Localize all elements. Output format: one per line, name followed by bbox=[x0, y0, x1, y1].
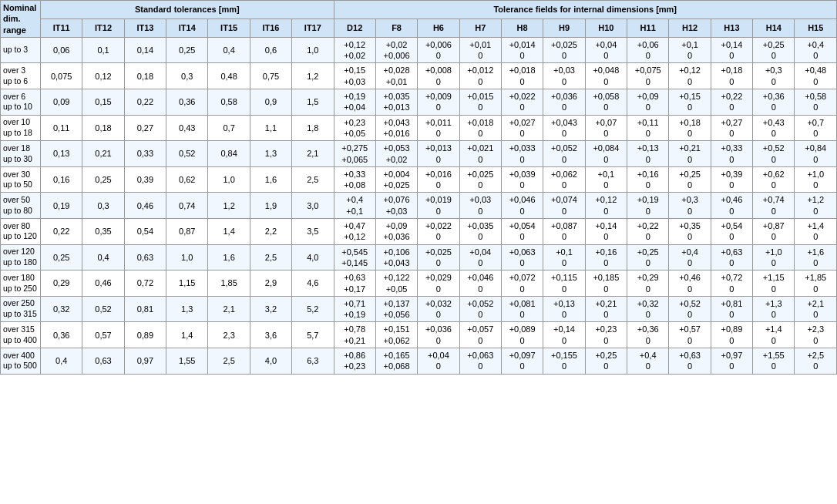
h12-cell: +0,120 bbox=[669, 63, 711, 89]
h11-cell: +0,190 bbox=[627, 193, 669, 219]
it17-cell: 4,6 bbox=[292, 270, 334, 297]
h15-cell: +1,20 bbox=[795, 193, 837, 219]
it15-cell: 0,48 bbox=[208, 63, 250, 89]
f8-cell: +0,165+0,068 bbox=[375, 348, 417, 375]
it16-cell: 1,3 bbox=[250, 141, 291, 167]
h6-cell: +0,040 bbox=[418, 348, 459, 375]
h14-cell: +1,30 bbox=[753, 296, 795, 322]
d12-cell: +0,71+0,19 bbox=[334, 296, 375, 322]
f8-cell: +0,106+0,043 bbox=[375, 244, 417, 270]
h12-cell: +0,250 bbox=[669, 166, 711, 193]
dim-range-cell: over 180up to 250 bbox=[1, 270, 41, 297]
h8-cell: +0,0270 bbox=[501, 115, 543, 141]
h10-cell: +0,0480 bbox=[585, 63, 627, 89]
f8-cell: +0,151+0,062 bbox=[375, 322, 417, 348]
table-row: over 315up to 4000,360,570,891,42,33,65,… bbox=[1, 322, 837, 348]
header-it13: IT13 bbox=[124, 18, 166, 37]
it17-cell: 3,5 bbox=[292, 219, 334, 245]
h11-cell: +0,290 bbox=[627, 270, 669, 297]
dim-range-cell: over 10up to 18 bbox=[1, 115, 41, 141]
h14-cell: +1,550 bbox=[753, 348, 795, 375]
it16-cell: 0,75 bbox=[250, 63, 291, 89]
h10-cell: +0,070 bbox=[585, 115, 627, 141]
h10-cell: +0,0580 bbox=[585, 89, 627, 116]
it16-cell: 3,2 bbox=[250, 296, 291, 322]
it14-cell: 0,74 bbox=[166, 193, 208, 219]
it13-cell: 0,14 bbox=[124, 37, 166, 63]
dim-range-cell: over 50up to 80 bbox=[1, 193, 41, 219]
it15-cell: 1,2 bbox=[208, 193, 250, 219]
h6-cell: +0,0290 bbox=[418, 270, 459, 297]
h15-cell: +2,10 bbox=[795, 296, 837, 322]
h6-cell: +0,0320 bbox=[418, 296, 459, 322]
h7-cell: +0,040 bbox=[459, 244, 501, 270]
it14-cell: 0,25 bbox=[166, 37, 208, 63]
it12-cell: 0,15 bbox=[82, 89, 124, 116]
it16-cell: 3,6 bbox=[250, 322, 291, 348]
dim-range-cell: over 30up to 50 bbox=[1, 166, 41, 193]
h13-cell: +0,810 bbox=[711, 296, 752, 322]
header-it12: IT12 bbox=[82, 18, 124, 37]
h12-cell: +0,350 bbox=[669, 219, 711, 245]
h15-cell: +2,50 bbox=[795, 348, 837, 375]
h9-cell: +0,0250 bbox=[543, 37, 585, 63]
it16-cell: 1,1 bbox=[250, 115, 291, 141]
h12-cell: +0,150 bbox=[669, 89, 711, 116]
it14-cell: 1,3 bbox=[166, 296, 208, 322]
it12-cell: 0,63 bbox=[82, 348, 124, 375]
h8-cell: +0,0330 bbox=[501, 141, 543, 167]
header-h10: H10 bbox=[585, 18, 627, 37]
it12-cell: 0,21 bbox=[82, 141, 124, 167]
h13-cell: +0,540 bbox=[711, 219, 752, 245]
h13-cell: +0,460 bbox=[711, 193, 752, 219]
it14-cell: 1,55 bbox=[166, 348, 208, 375]
f8-cell: +0,028+0,01 bbox=[375, 63, 417, 89]
h9-cell: +0,0430 bbox=[543, 115, 585, 141]
it15-cell: 0,58 bbox=[208, 89, 250, 116]
it13-cell: 0,22 bbox=[124, 89, 166, 116]
h6-cell: +0,0360 bbox=[418, 322, 459, 348]
it12-cell: 0,46 bbox=[82, 270, 124, 297]
h8-cell: +0,0970 bbox=[501, 348, 543, 375]
it13-cell: 0,54 bbox=[124, 219, 166, 245]
h14-cell: +0,620 bbox=[753, 166, 795, 193]
h14-cell: +1,150 bbox=[753, 270, 795, 297]
h7-cell: +0,0350 bbox=[459, 219, 501, 245]
header-h14: H14 bbox=[753, 18, 795, 37]
h9-cell: +0,140 bbox=[543, 322, 585, 348]
it15-cell: 0,84 bbox=[208, 141, 250, 167]
h6-cell: +0,0090 bbox=[418, 89, 459, 116]
it15-cell: 0,7 bbox=[208, 115, 250, 141]
it15-cell: 2,1 bbox=[208, 296, 250, 322]
header-std-tolerances: Standard tolerances [mm] bbox=[41, 1, 334, 19]
h12-cell: +0,570 bbox=[669, 322, 711, 348]
h15-cell: +0,840 bbox=[795, 141, 837, 167]
h9-cell: +0,1150 bbox=[543, 270, 585, 297]
f8-cell: +0,076+0,03 bbox=[375, 193, 417, 219]
h10-cell: +0,1850 bbox=[585, 270, 627, 297]
h12-cell: +0,630 bbox=[669, 348, 711, 375]
it17-cell: 1,5 bbox=[292, 89, 334, 116]
it11-cell: 0,4 bbox=[41, 348, 82, 375]
h10-cell: +0,210 bbox=[585, 296, 627, 322]
h9-cell: +0,130 bbox=[543, 296, 585, 322]
table-row: over 10up to 180,110,180,270,430,71,11,8… bbox=[1, 115, 837, 141]
it13-cell: 0,72 bbox=[124, 270, 166, 297]
h14-cell: +0,430 bbox=[753, 115, 795, 141]
h15-cell: +1,40 bbox=[795, 219, 837, 245]
h14-cell: +1,00 bbox=[753, 244, 795, 270]
header-dim-range: Nominaldim.range bbox=[1, 1, 41, 38]
h15-cell: +2,30 bbox=[795, 322, 837, 348]
h13-cell: +0,390 bbox=[711, 166, 752, 193]
h15-cell: +0,40 bbox=[795, 37, 837, 63]
dim-range-cell: over 6up to 10 bbox=[1, 89, 41, 116]
h7-cell: +0,0180 bbox=[459, 115, 501, 141]
h15-cell: +0,580 bbox=[795, 89, 837, 116]
it14-cell: 1,4 bbox=[166, 322, 208, 348]
f8-cell: +0,137+0,056 bbox=[375, 296, 417, 322]
it17-cell: 1,8 bbox=[292, 115, 334, 141]
header-d12: D12 bbox=[334, 18, 375, 37]
d12-cell: +0,23+0,05 bbox=[334, 115, 375, 141]
it11-cell: 0,19 bbox=[41, 193, 82, 219]
it15-cell: 1,4 bbox=[208, 219, 250, 245]
